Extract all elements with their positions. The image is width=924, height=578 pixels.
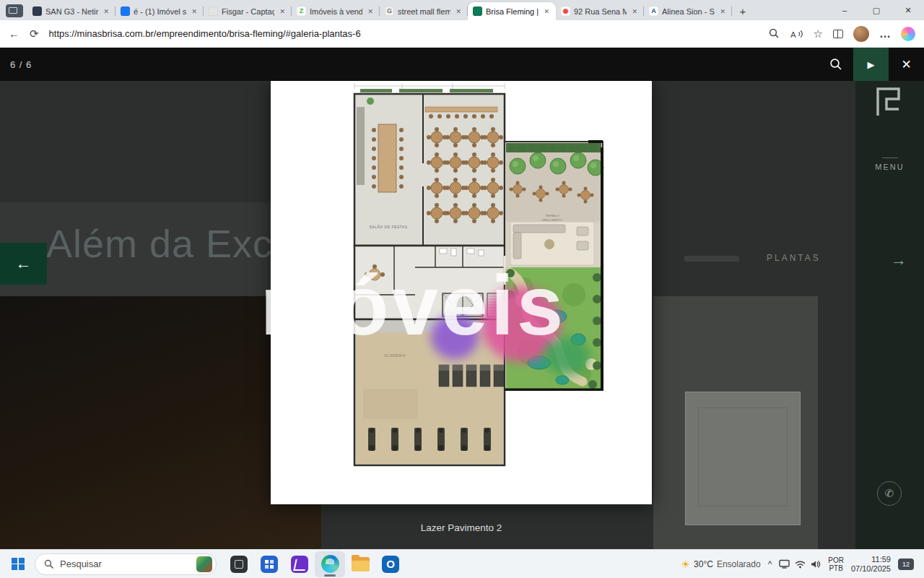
tab-close-icon[interactable]: ✕ — [630, 7, 639, 16]
tab-close-icon[interactable]: ✕ — [366, 7, 375, 16]
zoom-icon[interactable] — [769, 28, 780, 39]
tab-title: Fisgar - Captaç... — [222, 7, 274, 16]
tab-close-icon[interactable]: ✕ — [278, 7, 287, 16]
gallery-image-card[interactable]: SALÃO DE FESTAS — [271, 78, 652, 504]
bing-daily-image[interactable] — [196, 556, 212, 572]
new-tab-button[interactable]: + — [735, 3, 751, 19]
refresh-icon[interactable]: ⟳ — [30, 27, 39, 40]
tab-favicon — [473, 7, 482, 16]
windows-taskbar: Pesquisar O ☀ 30°C Ensolarado ^ — [0, 549, 924, 578]
app-icon-2[interactable] — [254, 551, 284, 577]
terrace-label-2: DESCOBERTO — [542, 218, 562, 222]
tab-close-icon[interactable]: ✕ — [190, 7, 199, 16]
file-explorer-icon[interactable] — [345, 551, 375, 577]
slideshow-play-icon[interactable]: ▶ — [853, 48, 889, 81]
tab-title: Brisa Fleming | M... — [486, 7, 539, 16]
maximize-button[interactable]: ▢ — [860, 0, 892, 20]
wifi-icon[interactable] — [795, 560, 806, 569]
tab-close-icon[interactable]: ✕ — [454, 7, 463, 16]
app-icon-2-glyph — [261, 556, 278, 573]
search-placeholder: Pesquisar — [60, 558, 191, 569]
terrace-label-1: TERRAÇO — [545, 214, 559, 217]
party-room-label: SALÃO DE FESTAS — [370, 225, 408, 229]
tab-title: é - (1) Imóvel se... — [134, 7, 186, 16]
tab-fisgar[interactable]: Fisgar - Captaç... ✕ — [204, 2, 292, 20]
cast-screen-icon[interactable] — [779, 559, 790, 569]
tab-san-g3[interactable]: SAN G3 - Netim... ✕ — [27, 2, 116, 20]
tray-overflow-icon[interactable]: ^ — [768, 559, 772, 569]
site-sidebar: MENU ✆ — [855, 48, 924, 549]
favorites-star-icon[interactable]: ☆ — [814, 27, 823, 40]
tab-imovel-notification[interactable]: é - (1) Imóvel se... ✕ — [116, 2, 204, 20]
close-window-button[interactable]: ✕ — [892, 0, 924, 20]
tab-favicon — [32, 7, 42, 16]
tab-preview-icon[interactable] — [6, 4, 23, 17]
tab-zap-imoveis[interactable]: Z Imóveis à venda... ✕ — [292, 2, 380, 20]
app-icon-3-glyph — [291, 556, 308, 573]
image-counter: 6 / 6 — [10, 59, 32, 70]
outlook-logo-icon: O — [382, 556, 399, 573]
profile-avatar[interactable] — [853, 26, 869, 42]
sun-icon: ☀ — [681, 558, 691, 570]
tab-close-icon[interactable]: ✕ — [718, 7, 727, 16]
tab-title: Imóveis à venda... — [310, 7, 362, 16]
weather-desc: Ensolarado — [717, 559, 761, 569]
background-plan-thumb — [685, 392, 801, 525]
terrace-area: TERRAÇO DESCOBERTO — [505, 142, 603, 390]
outlook-icon[interactable]: O — [375, 551, 406, 577]
tab-street-mall[interactable]: G street mall flem... ✕ — [380, 2, 468, 20]
tab-brisa-fleming-active[interactable]: Brisa Fleming | M... ✕ — [468, 2, 556, 20]
tab-close-icon[interactable]: ✕ — [542, 7, 551, 16]
volume-icon[interactable] — [811, 560, 821, 569]
tab-favicon: G — [385, 7, 394, 16]
page-content: Além da Exclusiv PLANTAS MENU ✆ 6 / 6 ▶ … — [0, 48, 924, 549]
split-screen-icon[interactable] — [833, 30, 843, 38]
more-menu-icon[interactable]: … — [879, 27, 891, 40]
system-tray: ☀ 30°C Ensolarado ^ POR PTB 11:59 07/10/… — [681, 555, 918, 574]
back-icon[interactable]: ← — [9, 27, 19, 40]
start-button[interactable] — [6, 552, 30, 577]
date-text: 07/10/2025 — [851, 564, 891, 574]
windows-logo-icon — [12, 558, 25, 571]
lang-line-1: POR — [828, 556, 844, 564]
tab-title: SAN G3 - Netim... — [45, 7, 98, 16]
tab-maps-rua-sena[interactable]: ◉ 92 Rua Sena Ma... ✕ — [556, 2, 644, 20]
app-icon-1[interactable] — [224, 551, 254, 577]
clock-widget[interactable]: 11:59 07/10/2025 — [851, 555, 891, 574]
zoom-image-icon[interactable] — [818, 48, 853, 81]
window-controls: – ▢ ✕ — [829, 0, 924, 20]
notification-badge[interactable]: 12 — [898, 558, 914, 570]
minimize-button[interactable]: – — [829, 0, 860, 20]
tab-title: Alinea Sion - Stu... — [662, 7, 715, 16]
tab-favicon: ◉ — [561, 7, 570, 16]
copilot-icon[interactable] — [901, 27, 915, 41]
tab-favicon: A — [649, 7, 658, 16]
prev-image-button[interactable]: ← — [0, 243, 47, 285]
read-aloud-icon[interactable]: A — [790, 29, 803, 39]
svg-text:A: A — [790, 30, 796, 38]
gym-label: ACADEMIA — [384, 353, 406, 358]
nav-item-plantas[interactable]: PLANTAS — [767, 253, 821, 263]
edge-logo-icon — [321, 555, 339, 573]
taskbar-search-input[interactable]: Pesquisar — [35, 553, 217, 575]
gym-area: ACADEMIA — [354, 319, 505, 465]
screen: SAN G3 - Netim... ✕ é - (1) Imóvel se...… — [0, 0, 924, 578]
tab-title: 92 Rua Sena Ma... — [574, 7, 627, 16]
weather-widget[interactable]: ☀ 30°C Ensolarado — [681, 558, 761, 570]
next-image-button[interactable]: → — [891, 251, 907, 269]
language-indicator[interactable]: POR PTB — [828, 556, 844, 572]
tab-favicon: Z — [297, 7, 306, 16]
tab-title: street mall flem... — [398, 7, 450, 16]
tab-alinea-sion[interactable]: A Alinea Sion - Stu... ✕ — [644, 2, 732, 20]
app-icon-3[interactable] — [284, 551, 315, 577]
lightbox-controls: ▶ ✕ — [818, 48, 924, 81]
lang-line-2: PTB — [828, 564, 844, 572]
menu-button[interactable]: MENU — [855, 158, 924, 171]
tab-close-icon[interactable]: ✕ — [102, 7, 110, 16]
whatsapp-icon[interactable]: ✆ — [877, 481, 902, 506]
edge-taskbar-icon[interactable] — [315, 551, 345, 577]
search-icon — [44, 559, 54, 569]
dimension-ticks — [354, 83, 505, 89]
url-field[interactable]: https://minasbrisa.com.br/empreendimento… — [49, 28, 759, 39]
close-lightbox-icon[interactable]: ✕ — [889, 48, 924, 81]
